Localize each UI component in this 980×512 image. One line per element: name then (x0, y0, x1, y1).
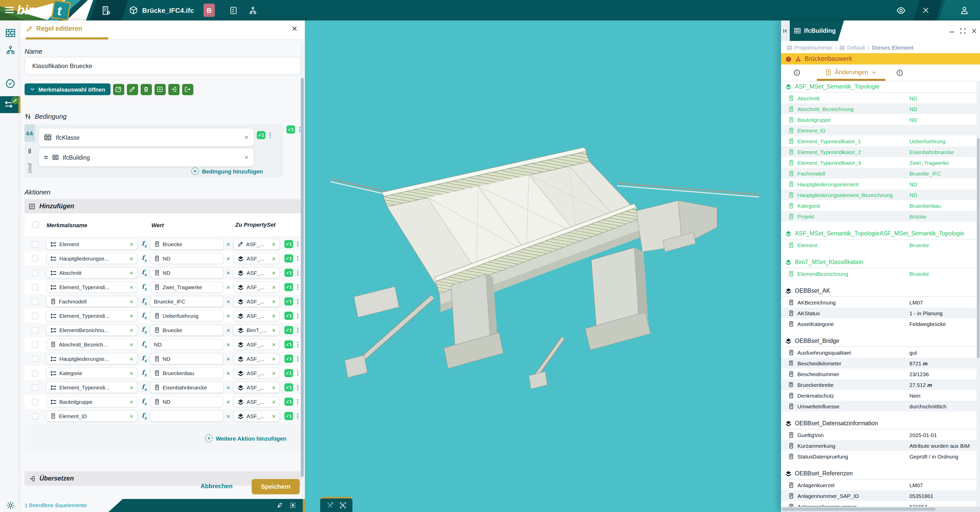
merkmal-name-chip[interactable]: Bauteilgruppe✕ (46, 396, 138, 407)
row-checkbox[interactable] (32, 356, 38, 362)
hierarchy-icon[interactable] (248, 0, 257, 21)
validation-badge[interactable]: ✓1 (285, 283, 293, 291)
remove-propertyset[interactable]: ✕ (272, 356, 276, 362)
rule-name-input[interactable]: Klassifikation Bruecke (25, 57, 301, 75)
remove-propertyset[interactable]: ✕ (272, 341, 276, 347)
fx-formula-button[interactable]: fx (142, 369, 147, 377)
row-menu-kebab[interactable]: ⋮ (294, 298, 301, 305)
add-button[interactable] (154, 84, 166, 95)
remove-value[interactable]: ✕ (226, 356, 230, 362)
settings-gear-icon[interactable] (0, 501, 21, 510)
alert-tab-icon[interactable] (896, 69, 903, 76)
scrollbar-thumb[interactable] (977, 138, 980, 358)
propertyset-chip[interactable]: BimT_...✕ (233, 324, 280, 336)
remove-merkmal[interactable]: ✕ (129, 313, 134, 319)
fx-formula-button[interactable]: fx (142, 383, 147, 392)
remove-merkmal[interactable]: ✕ (129, 270, 134, 276)
remove-merkmal[interactable]: ✕ (129, 341, 134, 347)
actions-add-bar[interactable]: Hinzufügen (25, 199, 301, 214)
remove-propertyset[interactable]: ✕ (272, 241, 276, 247)
tab-ifcbuilding[interactable]: IfcBuilding (790, 21, 844, 41)
fx-formula-button[interactable]: fx (142, 312, 147, 320)
remove-value[interactable]: ✕ (226, 327, 230, 333)
propertyset-chip[interactable]: ASF_...✕ (233, 296, 280, 307)
row-menu-kebab[interactable]: ⋮ (294, 384, 301, 391)
tab-regel-editieren[interactable]: Regel editieren (26, 25, 82, 32)
remove-value[interactable]: ✕ (226, 284, 230, 290)
tab-aenderungen[interactable]: Änderungen (825, 69, 877, 76)
remove-value[interactable]: ✕ (226, 298, 230, 304)
wert-value-chip[interactable]: Zwei_Tragwerke (150, 281, 224, 293)
row-checkbox[interactable] (32, 255, 38, 262)
remove-value[interactable]: ✕ (226, 341, 230, 347)
row-checkbox[interactable] (32, 298, 38, 305)
propertyset-chip[interactable]: ASF_...✕ (233, 281, 280, 293)
row-menu-kebab[interactable]: ⋮ (294, 399, 301, 405)
row-menu-kebab[interactable]: ⋮ (294, 370, 301, 376)
remove-propertyset[interactable]: ✕ (272, 399, 276, 405)
checklist-icon[interactable] (229, 0, 238, 21)
validation-badge[interactable]: ✓1 (285, 312, 293, 320)
breadcrumb-item-projektnummer[interactable]: Projektnummer (787, 45, 832, 51)
merkmal-name-chip[interactable]: Element_Typenindi...✕ (46, 382, 138, 393)
operator-or-tab[interactable]: || (25, 142, 35, 159)
propertyset-chip[interactable]: ASF_...✕ (233, 396, 280, 407)
row-menu-kebab[interactable]: ⋮ (294, 327, 301, 333)
quill-icon[interactable] (276, 502, 283, 509)
remove-propertyset[interactable]: ✕ (272, 327, 276, 333)
remove-propertyset[interactable]: ✕ (272, 384, 276, 390)
validation-badge[interactable]: ✓1 (285, 355, 293, 363)
remove-value[interactable]: ✕ (226, 399, 230, 405)
row-checkbox[interactable] (32, 413, 38, 419)
merkmal-name-chip[interactable]: Abschnitt✕ (46, 267, 138, 278)
validation-badge[interactable]: ✓1 (285, 340, 293, 348)
remove-merkmal[interactable]: ✕ (129, 356, 134, 362)
remove-value[interactable]: ✕ (226, 241, 230, 247)
remove-value[interactable]: ✕ (226, 370, 230, 376)
validation-badge[interactable]: ✓1 (285, 326, 293, 334)
condition-field-input[interactable]: IfcKlasse ✕ (39, 128, 254, 146)
export-button[interactable] (182, 84, 193, 95)
row-checkbox[interactable] (32, 270, 38, 276)
open-feature-selection-button[interactable]: Merkmalsauswahl öffnen (25, 83, 110, 95)
user-profile-icon[interactable] (959, 0, 969, 21)
row-checkbox[interactable] (32, 284, 38, 290)
wert-value-chip[interactable]: ND (150, 267, 224, 278)
fx-formula-button[interactable]: fx (142, 254, 147, 263)
building-gear-icon[interactable] (101, 0, 111, 21)
wert-value-chip[interactable]: Ueberfuehrung (150, 310, 224, 321)
vertical-scrollbar[interactable] (977, 81, 980, 507)
edit-square-button[interactable] (113, 84, 124, 95)
validation-badge[interactable]: ✓1 (285, 254, 293, 263)
merkmal-name-chip[interactable]: Element_Typenindi...✕ (46, 310, 138, 321)
save-button[interactable]: Speichern (251, 479, 300, 494)
left-panel-scrollbar[interactable] (301, 42, 304, 498)
delete-button[interactable] (141, 84, 152, 95)
maximize-icon[interactable] (959, 27, 966, 34)
remove-merkmal[interactable]: ✕ (129, 284, 134, 290)
remove-value[interactable]: ✕ (226, 255, 230, 261)
row-checkbox[interactable] (32, 399, 38, 405)
fx-formula-button[interactable]: fx (142, 412, 147, 420)
info-tab-icon[interactable] (793, 69, 800, 76)
merkmal-name-chip[interactable]: Kategorie✕ (46, 367, 138, 379)
remove-merkmal[interactable]: ✕ (129, 241, 134, 247)
remove-value[interactable]: ✕ (226, 270, 230, 276)
remove-propertyset[interactable]: ✕ (272, 255, 276, 261)
wert-value-chip[interactable]: Bruecke_IFC (150, 296, 224, 307)
scrollbar-thumb[interactable] (301, 78, 304, 477)
remove-propertyset[interactable]: ✕ (272, 413, 276, 419)
fx-formula-button[interactable]: fx (142, 398, 147, 406)
user-initial-badge[interactable]: B (204, 3, 215, 17)
close-model-icon[interactable] (922, 0, 930, 21)
add-condition-link[interactable]: + Bedingung hinzufügen (191, 167, 263, 175)
close-panel-button[interactable]: ✕ (291, 25, 298, 33)
propertyset-chip[interactable]: ASF_...✕ (233, 339, 280, 350)
condition-value-input[interactable]: = IfcBuilding ✕ (39, 148, 254, 166)
remove-propertyset[interactable]: ✕ (272, 370, 276, 376)
validation-badge[interactable]: ✓1 (285, 269, 293, 277)
row-checkbox[interactable] (32, 341, 38, 348)
app-logo[interactable]: bim t (0, 0, 93, 21)
merkmal-name-chip[interactable]: Element✕ (46, 238, 138, 250)
row-checkbox[interactable] (32, 327, 38, 333)
